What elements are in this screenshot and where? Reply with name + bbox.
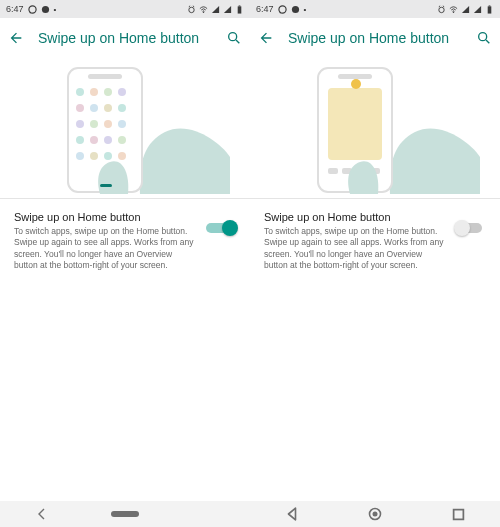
- signal-icon: [211, 5, 220, 14]
- svg-rect-29: [100, 184, 112, 187]
- svg-point-20: [118, 120, 126, 128]
- battery-icon: [485, 5, 494, 14]
- alarm-icon: [187, 5, 196, 14]
- system-nav-bar: [0, 501, 250, 527]
- svg-point-9: [76, 88, 84, 96]
- nav-spacer: [188, 504, 228, 524]
- toggle-switch[interactable]: [456, 221, 486, 235]
- setting-row[interactable]: Swipe up on Home button To switch apps, …: [250, 199, 500, 282]
- search-icon[interactable]: [226, 30, 242, 46]
- nav-overview-button[interactable]: [438, 504, 478, 524]
- nav-back-button[interactable]: [22, 504, 62, 524]
- svg-rect-40: [328, 88, 382, 160]
- setting-title: Swipe up on Home button: [14, 211, 196, 223]
- svg-point-33: [439, 7, 444, 12]
- svg-point-0: [28, 5, 35, 12]
- svg-point-37: [479, 33, 487, 41]
- svg-rect-8: [88, 74, 122, 79]
- status-time: 6:47: [6, 4, 24, 14]
- nav-home-pill[interactable]: [105, 504, 145, 524]
- svg-rect-30: [111, 511, 139, 517]
- app-bar: Swipe up on Home button: [250, 18, 500, 58]
- svg-point-22: [90, 136, 98, 144]
- toggle-switch[interactable]: [206, 221, 236, 235]
- signal-icon: [461, 5, 470, 14]
- svg-point-28: [118, 152, 126, 160]
- messenger-icon: [41, 5, 50, 14]
- svg-point-2: [189, 7, 194, 12]
- battery-icon: [235, 5, 244, 14]
- pane-right: 6:47 • Swipe up on Home button: [250, 0, 500, 527]
- status-bar: 6:47 •: [0, 0, 250, 18]
- setting-row[interactable]: Swipe up on Home button To switch apps, …: [0, 199, 250, 282]
- svg-point-3: [203, 11, 204, 12]
- status-bar: 6:47 •: [250, 0, 500, 18]
- svg-rect-42: [328, 168, 338, 174]
- page-title: Swipe up on Home button: [288, 30, 462, 46]
- svg-rect-48: [453, 509, 463, 519]
- system-nav-bar: [250, 501, 500, 527]
- svg-point-10: [90, 88, 98, 96]
- svg-point-15: [104, 104, 112, 112]
- search-icon[interactable]: [476, 30, 492, 46]
- svg-point-41: [351, 79, 361, 89]
- whatsapp-icon: [278, 5, 287, 14]
- pane-left: 6:47 • Swipe up on Home button: [0, 0, 250, 527]
- signal-icon-2: [223, 5, 232, 14]
- svg-point-24: [118, 136, 126, 144]
- svg-point-47: [372, 512, 377, 517]
- svg-point-18: [90, 120, 98, 128]
- svg-point-31: [278, 5, 285, 12]
- nav-back-button[interactable]: [272, 504, 312, 524]
- nav-home-button[interactable]: [355, 504, 395, 524]
- svg-rect-36: [489, 5, 491, 6]
- whatsapp-icon: [28, 5, 37, 14]
- svg-point-11: [104, 88, 112, 96]
- svg-rect-4: [238, 6, 242, 13]
- svg-rect-5: [239, 5, 241, 6]
- setting-title: Swipe up on Home button: [264, 211, 446, 223]
- svg-point-16: [118, 104, 126, 112]
- hero-illustration: [0, 58, 250, 198]
- svg-rect-35: [488, 6, 492, 13]
- setting-subtitle: To switch apps, swipe up on the Home but…: [264, 226, 446, 272]
- svg-point-21: [76, 136, 84, 144]
- back-icon[interactable]: [258, 30, 274, 46]
- dot-icon: •: [304, 5, 307, 14]
- svg-point-26: [90, 152, 98, 160]
- back-icon[interactable]: [8, 30, 24, 46]
- svg-point-6: [229, 33, 237, 41]
- svg-point-34: [453, 11, 454, 12]
- wifi-icon: [449, 5, 458, 14]
- messenger-icon: [291, 5, 300, 14]
- svg-point-19: [104, 120, 112, 128]
- svg-point-27: [104, 152, 112, 160]
- setting-subtitle: To switch apps, swipe up on the Home but…: [14, 226, 196, 272]
- dot-icon: •: [54, 5, 57, 14]
- app-bar: Swipe up on Home button: [0, 18, 250, 58]
- svg-point-23: [104, 136, 112, 144]
- svg-point-13: [76, 104, 84, 112]
- alarm-icon: [437, 5, 446, 14]
- svg-rect-39: [338, 74, 372, 79]
- signal-icon-2: [473, 5, 482, 14]
- page-title: Swipe up on Home button: [38, 30, 212, 46]
- svg-point-1: [41, 5, 48, 12]
- svg-point-14: [90, 104, 98, 112]
- status-time: 6:47: [256, 4, 274, 14]
- svg-point-25: [76, 152, 84, 160]
- svg-point-32: [291, 5, 298, 12]
- hero-illustration: [250, 58, 500, 198]
- svg-point-12: [118, 88, 126, 96]
- wifi-icon: [199, 5, 208, 14]
- svg-point-17: [76, 120, 84, 128]
